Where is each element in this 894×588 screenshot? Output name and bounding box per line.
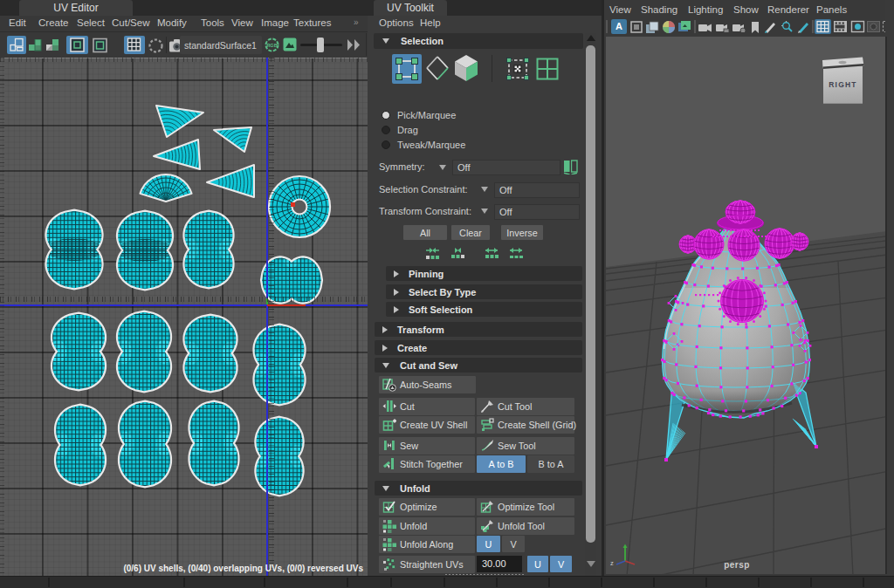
svg-text:z: z: [610, 559, 614, 565]
svg-text:RGB: RGB: [266, 43, 277, 48]
